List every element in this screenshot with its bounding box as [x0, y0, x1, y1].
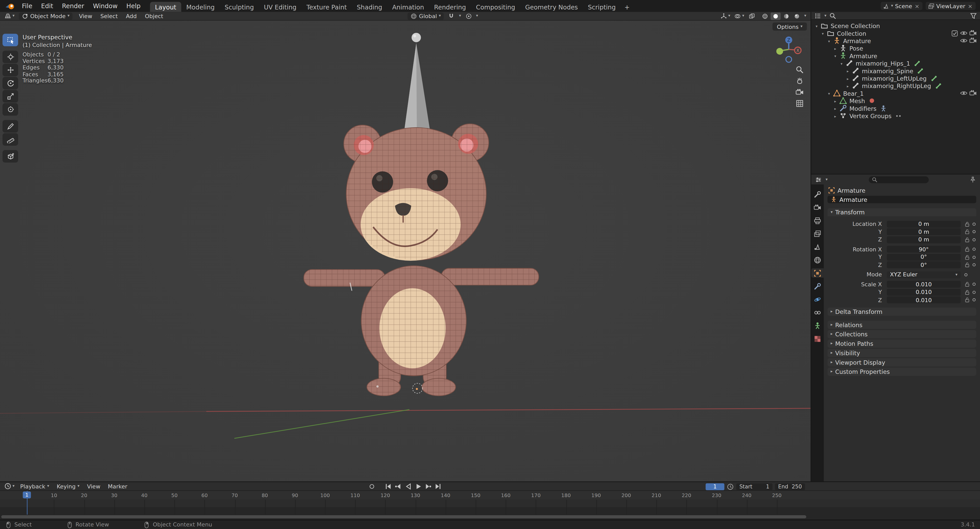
- menu-render[interactable]: Render: [58, 0, 89, 12]
- disclosure-closed-icon[interactable]: ▸: [845, 83, 851, 88]
- next-keyframe-button[interactable]: [424, 483, 432, 490]
- panel-collections[interactable]: ▸ Collections: [827, 330, 976, 338]
- panel-visibility[interactable]: ▸ Visibility: [827, 349, 976, 357]
- tool-select-box[interactable]: [3, 34, 18, 46]
- tool-move[interactable]: [3, 64, 18, 76]
- scene-selector[interactable]: ▾ Scene ×: [880, 2, 923, 10]
- tab-output[interactable]: [811, 216, 824, 225]
- workspace-tab-compositing[interactable]: Compositing: [471, 2, 520, 12]
- workspace-tab-modeling[interactable]: Modeling: [181, 2, 220, 12]
- disclosure-open-icon[interactable]: ▾: [826, 91, 832, 95]
- navigation-axis-gizmo[interactable]: Z X: [774, 35, 803, 63]
- outliner-editor-icon[interactable]: [815, 12, 821, 19]
- transform-panel-header[interactable]: ▾ Transform: [827, 208, 976, 216]
- options-button[interactable]: Options ▾: [773, 22, 807, 31]
- tool-measure[interactable]: [3, 133, 18, 146]
- disclosure-open-icon[interactable]: ▾: [820, 31, 826, 35]
- tab-world[interactable]: [811, 255, 824, 265]
- rotation-x-field[interactable]: 90°: [887, 246, 961, 253]
- tab-scene[interactable]: [811, 242, 824, 251]
- viewport-menu-select[interactable]: Select: [97, 12, 121, 20]
- animate-decorator-icon[interactable]: [973, 263, 976, 267]
- pin-icon[interactable]: [969, 176, 976, 183]
- outliner-row-mixamorig-hips[interactable]: ▾ mixamorig_Hips_1: [811, 59, 980, 67]
- animate-decorator-icon[interactable]: [973, 248, 976, 251]
- menu-help[interactable]: Help: [122, 0, 145, 12]
- workspace-tab-sculpting[interactable]: Sculpting: [220, 2, 259, 12]
- location-y-field[interactable]: 0 m: [887, 228, 961, 235]
- frame-start-field[interactable]: Start 1: [736, 483, 773, 490]
- outliner-row-armature-data[interactable]: ▾ Armature: [811, 52, 980, 59]
- disclosure-closed-icon[interactable]: ▸: [832, 46, 838, 50]
- animate-decorator-icon[interactable]: [973, 230, 976, 233]
- proportional-editing-button[interactable]: [463, 12, 473, 20]
- snap-toggle-button[interactable]: [447, 12, 457, 20]
- menu-edit[interactable]: Edit: [37, 0, 58, 12]
- outliner-row-bear[interactable]: ▾ Bear_1: [811, 89, 980, 97]
- properties-editor-icon[interactable]: [815, 176, 822, 183]
- animate-decorator-icon[interactable]: [973, 283, 976, 286]
- disclosure-open-icon[interactable]: ▾: [839, 61, 845, 65]
- timeline-menu-playback[interactable]: Playback ▾: [16, 483, 53, 489]
- preview-range-clock-icon[interactable]: [727, 483, 734, 490]
- location-z-field[interactable]: 0 m: [887, 236, 961, 243]
- outliner-row-vertex-groups[interactable]: ▸ Vertex Groups: [811, 112, 980, 119]
- disable-render-camera-icon[interactable]: [969, 37, 977, 44]
- jump-to-start-button[interactable]: [384, 483, 392, 490]
- shading-wireframe-button[interactable]: [760, 12, 770, 20]
- panel-relations[interactable]: ▸ Relations: [827, 321, 976, 329]
- disable-render-camera-icon[interactable]: [969, 89, 977, 97]
- rotation-mode-dropdown[interactable]: XYZ Euler ▾: [887, 271, 961, 278]
- snap-settings-button[interactable]: ▾: [457, 12, 463, 20]
- tab-object[interactable]: [811, 268, 824, 278]
- lock-icon[interactable]: [964, 281, 970, 287]
- tool-scale[interactable]: [3, 90, 18, 103]
- transform-orientation-selector[interactable]: Global ▾: [408, 12, 444, 20]
- tool-annotate[interactable]: [3, 120, 18, 132]
- disclosure-closed-icon[interactable]: ▸: [832, 98, 838, 103]
- object-name-field[interactable]: Armature: [827, 196, 976, 203]
- lock-icon[interactable]: [964, 229, 970, 235]
- tool-cursor[interactable]: [3, 51, 18, 63]
- gizmo-neg-z-axis[interactable]: [786, 57, 792, 62]
- filter-funnel-icon[interactable]: [970, 12, 977, 19]
- animate-decorator-icon[interactable]: [964, 273, 967, 276]
- workspace-tab-shading[interactable]: Shading: [352, 2, 387, 12]
- lock-icon[interactable]: [964, 237, 970, 242]
- shading-solid-button[interactable]: [770, 12, 780, 20]
- menu-window[interactable]: Window: [89, 0, 122, 12]
- gizmo-y-axis[interactable]: [776, 48, 783, 55]
- animate-decorator-icon[interactable]: [973, 298, 976, 301]
- collection-checkbox-icon[interactable]: [951, 30, 958, 37]
- disable-render-camera-icon[interactable]: [969, 29, 977, 37]
- shading-rendered-button[interactable]: [792, 12, 802, 20]
- timeline-scrollbar[interactable]: [1, 515, 806, 518]
- disclosure-closed-icon[interactable]: ▸: [832, 114, 838, 118]
- location-x-field[interactable]: 0 m: [887, 221, 961, 227]
- editor-type-button[interactable]: ▾: [3, 12, 17, 20]
- workspace-tab-uv-editing[interactable]: UV Editing: [259, 2, 301, 12]
- playhead-frame-label[interactable]: 1: [23, 491, 31, 498]
- animate-decorator-icon[interactable]: [973, 238, 976, 241]
- panel-motion-paths[interactable]: ▸ Motion Paths: [827, 339, 976, 347]
- workspace-tab-scripting[interactable]: Scripting: [583, 2, 620, 12]
- auto-keying-record-icon[interactable]: [369, 483, 375, 490]
- jump-to-end-button[interactable]: [434, 483, 442, 490]
- blender-logo-icon[interactable]: [5, 2, 15, 10]
- disclosure-closed-icon[interactable]: ▸: [845, 68, 851, 73]
- tab-modifiers[interactable]: [811, 281, 824, 291]
- shading-settings-button[interactable]: ▾: [802, 12, 808, 20]
- viewport-menu-add[interactable]: Add: [122, 12, 140, 20]
- workspace-tab-animation[interactable]: Animation: [387, 2, 429, 12]
- mode-selector[interactable]: Object Mode ▾: [19, 12, 73, 20]
- current-frame-field[interactable]: 1: [706, 483, 724, 490]
- timeline-menu-view[interactable]: View: [83, 483, 104, 489]
- tab-view-layer[interactable]: [811, 229, 824, 238]
- gizmos-toggle-button[interactable]: ▾: [719, 12, 732, 20]
- unlink-scene-button[interactable]: ×: [914, 3, 920, 9]
- scale-z-field[interactable]: 0.010: [887, 296, 961, 303]
- xray-toggle-button[interactable]: [747, 12, 757, 20]
- scale-x-field[interactable]: 0.010: [887, 281, 961, 288]
- outliner-row-mixamorig-rightupleg[interactable]: ▸ mixamorig_RightUpLeg: [811, 82, 980, 89]
- properties-search-input[interactable]: [869, 176, 928, 183]
